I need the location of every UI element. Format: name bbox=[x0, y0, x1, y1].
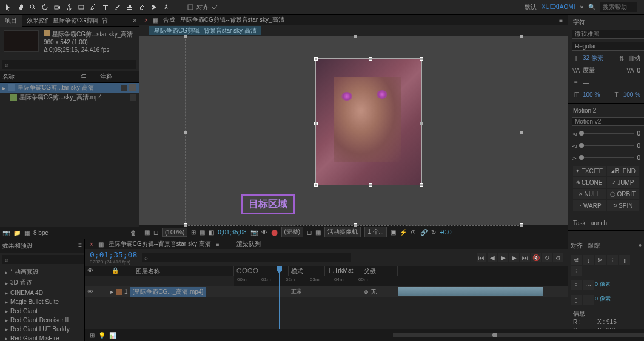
handle[interactable] bbox=[520, 223, 523, 227]
resolution-icon[interactable]: ⊞ bbox=[191, 229, 196, 236]
zoom-dropdown[interactable]: (100%) bbox=[162, 228, 187, 237]
username-label[interactable]: XUEXIAOMI bbox=[542, 4, 575, 10]
stamp-tool-icon[interactable] bbox=[124, 1, 136, 13]
graph-editor-icon[interactable]: 📊 bbox=[109, 332, 116, 339]
comp-name-tab[interactable]: 星际争霸CG剪辑--背景音star sky_高清 bbox=[180, 16, 284, 24]
slider-track[interactable] bbox=[579, 157, 634, 158]
align-bottom-button[interactable]: ⫶ bbox=[571, 266, 582, 276]
col-comment-header[interactable]: 注释 bbox=[100, 73, 136, 81]
handle[interactable] bbox=[369, 57, 372, 61]
slider-left-icon[interactable]: ▻ bbox=[572, 154, 577, 161]
effect-category[interactable]: ▸* 动画预设 bbox=[0, 267, 84, 277]
handle[interactable] bbox=[314, 57, 318, 61]
flowchart-icon[interactable]: 🔗 bbox=[420, 229, 428, 236]
fast-preview-icon[interactable]: ⚡ bbox=[400, 229, 407, 236]
timeline-ruler[interactable]: 00m 01m 02m 03m 04m 05m bbox=[234, 276, 568, 286]
dist-h-button[interactable]: ⋮ bbox=[571, 280, 582, 290]
mode-col[interactable]: 模式 bbox=[289, 266, 325, 276]
current-timecode[interactable]: 0;01;35;08 bbox=[90, 250, 137, 259]
jump-button[interactable]: ↗ JUMP bbox=[607, 177, 640, 188]
asset-row[interactable]: ▸ 星际争霸CG剪...tar sky 高清 bbox=[0, 83, 139, 93]
eraser-tool-icon[interactable] bbox=[136, 1, 148, 13]
timeline-tab[interactable]: 星际争霸CG剪辑--背景音star sky 高清 bbox=[109, 240, 211, 248]
kerning-value[interactable]: 度量 bbox=[583, 66, 595, 74]
snap-toggle-icon[interactable] bbox=[184, 1, 196, 13]
handle[interactable] bbox=[314, 122, 318, 125]
new-comp-icon[interactable]: ▦ bbox=[24, 230, 30, 236]
orbit-button[interactable]: ◯ ORBIT bbox=[607, 189, 640, 199]
zoom-tool-icon[interactable] bbox=[27, 1, 39, 13]
region-icon[interactable]: ◻ bbox=[153, 229, 158, 236]
handle[interactable] bbox=[520, 131, 523, 134]
trkmat-col[interactable]: T .TrkMat bbox=[325, 266, 361, 276]
snap-option-icon[interactable] bbox=[209, 1, 221, 13]
brainstorm-icon[interactable]: 💡 bbox=[98, 332, 106, 339]
warp-button[interactable]: 〰 WARP bbox=[573, 200, 606, 211]
effects-search-input[interactable] bbox=[2, 255, 84, 264]
handle[interactable] bbox=[184, 223, 187, 227]
dist-value-1[interactable]: 0 像素 bbox=[595, 280, 611, 290]
timeline-search-input[interactable] bbox=[142, 253, 351, 262]
hand-tool-icon[interactable] bbox=[15, 1, 27, 13]
effect-controls-tab[interactable]: 效果控件 星际争霸CG剪辑--背 bbox=[22, 15, 113, 27]
toggle-switches-icon[interactable]: ⊞ bbox=[90, 332, 95, 339]
canvas-area[interactable]: 目标区域 bbox=[139, 36, 568, 225]
leading-value[interactable]: 自动 bbox=[628, 54, 640, 62]
first-frame-button[interactable]: ⏮ bbox=[477, 253, 486, 262]
align-tab[interactable]: 对齐 bbox=[571, 242, 583, 250]
layer-mode[interactable]: 正常 bbox=[289, 288, 325, 296]
camera-dropdown[interactable]: 活动摄像机 bbox=[324, 227, 361, 237]
lock-icon[interactable]: × bbox=[144, 17, 148, 24]
grid-icon[interactable]: ▦ bbox=[144, 229, 150, 236]
exposure-value[interactable]: +0.0 bbox=[440, 229, 452, 236]
brush-tool-icon[interactable] bbox=[112, 1, 124, 13]
lock-col-icon[interactable]: 🔒 bbox=[112, 267, 119, 274]
character-panel-title[interactable]: 字符 bbox=[571, 17, 642, 28]
snapshot-icon[interactable]: 📷 bbox=[250, 229, 258, 236]
mask-icon[interactable]: ◧ bbox=[209, 229, 214, 236]
info-panel-title[interactable]: 信息 bbox=[573, 310, 639, 318]
font-size-value[interactable]: 32 像素 bbox=[583, 54, 603, 62]
delete-icon[interactable]: 🗑 bbox=[130, 230, 136, 236]
asset-row[interactable]: 星际争霸CG剪...sky_高清.mp4 bbox=[0, 93, 139, 102]
layer-color[interactable] bbox=[116, 289, 122, 295]
effect-category[interactable]: ▸Magic Bullet Suite bbox=[0, 297, 84, 306]
align-left-button[interactable]: ⫷ bbox=[571, 255, 582, 265]
selected-layer[interactable] bbox=[315, 58, 422, 185]
switches-col[interactable]: ⬡⬡⬡⬡ bbox=[236, 267, 258, 274]
excite-button[interactable]: ✦ EXCITE bbox=[573, 166, 606, 176]
parent-col[interactable]: 父级 bbox=[361, 266, 398, 276]
project-search-input[interactable] bbox=[2, 60, 136, 69]
expand-layer-icon[interactable]: ▸ bbox=[110, 288, 113, 295]
effect-category[interactable]: ▸3D 通道 bbox=[0, 277, 84, 288]
dist-v2-button[interactable]: ⋯ bbox=[583, 295, 594, 305]
handle[interactable] bbox=[354, 223, 357, 227]
handle[interactable] bbox=[354, 35, 357, 38]
align-top-button[interactable]: ⫶ bbox=[607, 255, 618, 265]
layer-clip[interactable] bbox=[398, 287, 543, 296]
panel-menu-icon[interactable]: ≡ bbox=[78, 242, 82, 250]
effect-category[interactable]: ▸Red Giant LUT Buddy bbox=[0, 325, 84, 334]
handle[interactable] bbox=[369, 183, 372, 187]
effect-category[interactable]: ▸Red Giant bbox=[0, 306, 84, 316]
roto-tool-icon[interactable] bbox=[148, 1, 160, 13]
motion-panel-title[interactable]: Motion 2 bbox=[571, 106, 642, 115]
last-frame-button[interactable]: ⏭ bbox=[520, 253, 530, 262]
comp-breadcrumb[interactable]: 星际争霸CG剪辑--背景音star sky 高清 bbox=[149, 26, 261, 35]
col-tags-header[interactable]: 🏷 bbox=[81, 73, 100, 81]
roi-icon[interactable]: ◻ bbox=[307, 229, 312, 236]
font-weight-dropdown[interactable] bbox=[572, 42, 644, 51]
rect-tool-icon[interactable] bbox=[75, 1, 87, 13]
pen-tool-icon[interactable] bbox=[87, 1, 99, 13]
show-snapshot-icon[interactable]: 👁 bbox=[261, 229, 267, 236]
align-right-button[interactable]: ⫸ bbox=[595, 255, 606, 265]
transparency-icon[interactable]: ▦ bbox=[200, 229, 205, 236]
play-button[interactable]: ▶ bbox=[498, 253, 508, 262]
layer-track[interactable] bbox=[398, 286, 568, 297]
layer-name-col[interactable]: 图层名称 bbox=[133, 266, 234, 276]
effect-category[interactable]: ▸CINEMA 4D bbox=[0, 288, 84, 297]
lock-icon[interactable]: × bbox=[90, 241, 93, 248]
next-frame-button[interactable]: ▶ bbox=[509, 253, 519, 262]
hscale-value[interactable]: 100 % bbox=[623, 91, 640, 98]
paragraph-icon[interactable]: ≡ bbox=[572, 78, 580, 87]
